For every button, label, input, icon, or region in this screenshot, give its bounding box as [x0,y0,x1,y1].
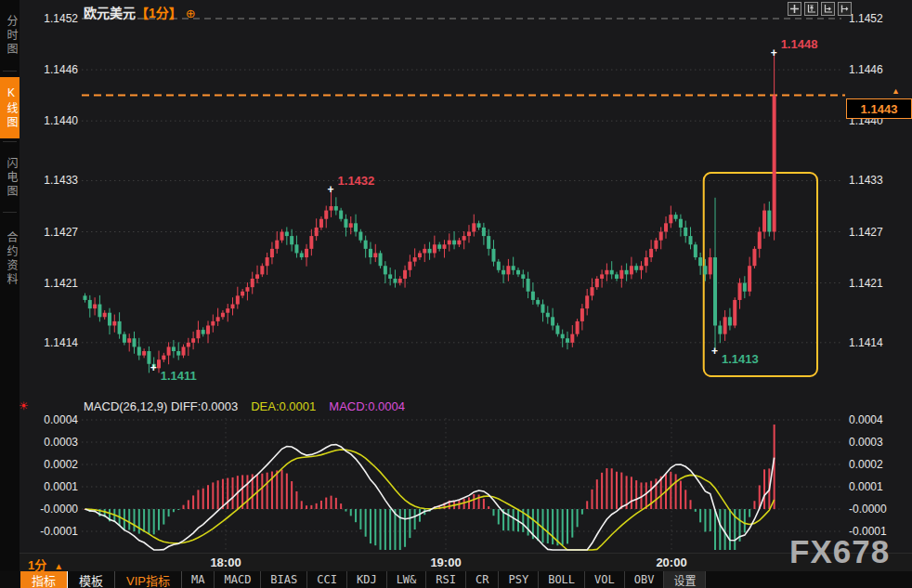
left-nav-strip: 分时图 K线图 闪电图 合约资料 [0,0,20,588]
high-price-label: 1.1432 [338,174,375,188]
macd-axis-label-right: 0.0001 [849,480,908,493]
sidebar-item-kline-chart[interactable]: K线图 [0,77,20,138]
indicator-vol[interactable]: VOL [585,571,625,588]
divider [3,71,17,72]
indicator-settings[interactable]: 设置 [664,571,706,588]
indicator-bias[interactable]: BIAS [261,571,307,588]
period-label: 【1分】 [136,6,182,20]
macd-axis-label-right: -0.0000 [849,503,908,516]
tab-vip-indicators[interactable]: VIP指标 [115,571,182,588]
chart-tool-buttons [788,2,852,16]
price-up-arrow-icon: ▲ [892,86,900,96]
time-tick-19: 19:00 [423,555,468,569]
macd-axis-label-left: -0.0001 [22,525,78,538]
main-axis-label-left: 1.1427 [22,226,78,239]
indicator-rsi[interactable]: RSI [426,571,466,588]
extreme-cross-marker: + [711,346,718,356]
high-price-label: 1.1448 [781,37,818,51]
main-gridlines [82,19,841,551]
macd-axis-label-right: 0.0003 [849,436,908,449]
candlestick-series [84,53,776,373]
bottom-toolbar: 指标 模板 VIP指标 MA MACD BIAS CCI KDJ LW& RSI… [0,571,912,588]
sidebar-item-contract-info[interactable]: 合约资料 [0,217,20,301]
main-axis-label-right: 1.1421 [849,277,908,290]
indicator-cci[interactable]: CCI [307,571,347,588]
sidebar-item-time-chart[interactable]: 分时图 [0,5,20,66]
macd-axis-label-left: 0.0001 [22,480,78,493]
macd-dea-value: DEA:0.0001 [251,399,316,413]
tab-indicators[interactable]: 指标 [20,571,68,588]
main-axis-label-right: 1.1433 [849,174,908,187]
trading-app: 分时图 K线图 闪电图 合约资料 欧元美元【1分】⊕ 1.1443 ▲ ☀ MA… [0,0,912,588]
divider [3,212,17,213]
macd-axis-label-right: 0.0002 [849,458,908,471]
macd-axis-label-left: 0.0003 [22,436,78,449]
main-axis-label-left: 1.1421 [22,277,78,290]
extreme-cross-marker: + [771,48,777,58]
main-axis-label-left: 1.1452 [22,12,78,25]
main-axis-label-left: 1.1433 [22,174,78,187]
indicator-cr[interactable]: CR [466,571,499,588]
low-price-label: 1.1413 [722,352,759,366]
indicator-lw[interactable]: LW& [387,571,427,588]
extreme-cross-marker: + [150,363,157,372]
time-tick-18: 18:00 [203,555,248,569]
macd-axis-label-left: 0.0004 [22,413,78,426]
main-axis-label-left: 1.1440 [22,114,78,127]
sidebar-item-flash-chart[interactable]: 闪电图 [0,147,20,208]
time-axis-row: 1分▲ 18:00 19:00 20:00 [0,553,912,572]
pan-right-icon[interactable] [838,2,852,16]
chart-title: 欧元美元【1分】⊕ [84,3,196,21]
indicator-macd[interactable]: MACD [215,571,261,588]
main-axis-label-right: 1.1414 [849,336,908,349]
main-axis-label-right: 1.1427 [849,226,908,239]
triangle-up-icon: ▲ [54,561,63,571]
macd-params-diff: MACD(26,12,9) DIFF:0.0003 [84,399,238,413]
indicator-psy[interactable]: PSY [499,571,539,588]
macd-axis-label-left: 0.0002 [22,458,78,471]
divider [3,141,17,142]
macd-hist-value: MACD:0.0004 [329,399,405,413]
indicator-kdj[interactable]: KDJ [347,571,387,588]
macd-axis-label-left: -0.0000 [22,503,78,516]
macd-axis-label-right: 0.0004 [849,413,908,426]
macd-header: MACD(26,12,9) DIFF:0.0003 DEA:0.0001 MAC… [84,399,405,413]
main-axis-label-left: 1.1414 [22,336,78,349]
main-axis-label-left: 1.1446 [22,63,78,76]
macd-settings-icon[interactable]: ☀ [19,399,29,412]
highlight-box [704,173,817,376]
main-axis-label-right: 1.1446 [849,63,908,76]
time-tick-20: 20:00 [649,555,694,569]
crosshair-icon[interactable] [788,2,801,16]
symbol-name: 欧元美元 [84,6,136,20]
indicator-obv[interactable]: OBV [625,571,665,588]
indicator-boll[interactable]: BOLL [539,571,585,588]
fx678-watermark: FX678 [789,533,890,570]
tab-templates[interactable]: 模板 [68,571,115,588]
indicator-ma[interactable]: MA [182,571,215,588]
current-price-box: 1.1443 [846,98,912,119]
scale-horizontal-icon[interactable] [821,2,835,16]
circled-plus-icon[interactable]: ⊕ [186,7,196,20]
main-axis-label-right: 1.1452 [849,12,908,25]
extreme-cross-marker: + [328,185,334,194]
scale-vertical-icon[interactable] [804,2,818,16]
chart-canvas[interactable] [0,0,912,588]
low-price-label: 1.1411 [161,369,197,383]
